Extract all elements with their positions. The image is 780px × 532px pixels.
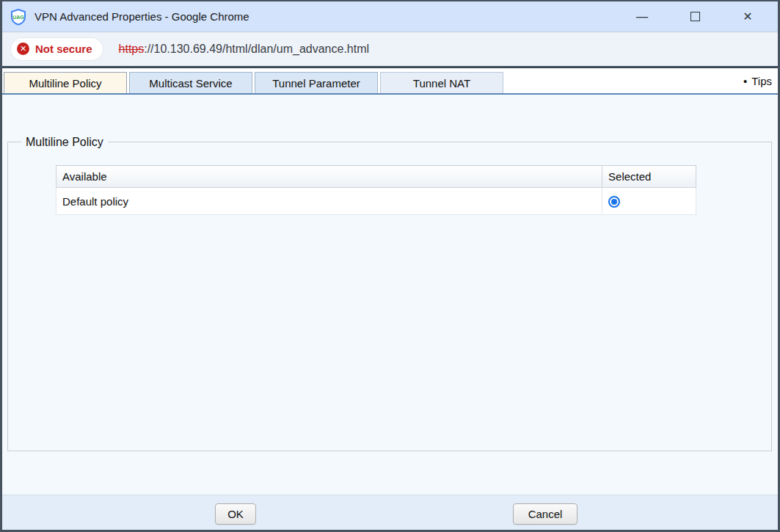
table-row: Default policy	[57, 188, 696, 215]
app-shield-icon: UAG	[10, 8, 27, 26]
not-secure-label: Not secure	[35, 43, 92, 55]
tab-strip: Multiline Policy Multicast Service Tunne…	[2, 68, 778, 95]
policy-radio[interactable]	[608, 196, 620, 208]
window-title: VPN Advanced Properties - Google Chrome	[34, 10, 633, 23]
policy-selected-cell	[602, 188, 696, 215]
tab-multiline-policy[interactable]: Multiline Policy	[4, 72, 127, 93]
not-secure-icon: ✕	[17, 43, 29, 55]
tips-link[interactable]: • Tips	[743, 75, 778, 87]
tab-tunnel-parameter[interactable]: Tunnel Parameter	[255, 72, 378, 93]
titlebar: UAG VPN Advanced Properties - Google Chr…	[2, 1, 778, 32]
close-button[interactable]: ✕	[738, 7, 757, 26]
ok-button[interactable]: OK	[215, 503, 256, 525]
page-content: Multiline Policy Available Selected Defa…	[2, 95, 778, 495]
tab-tunnel-nat[interactable]: Tunnel NAT	[380, 72, 503, 93]
tips-bullet-icon: •	[743, 75, 747, 87]
panel-legend: Multiline Policy	[21, 134, 108, 150]
url-text[interactable]: https://10.130.69.49/html/dlan/um_advanc…	[119, 43, 370, 56]
tips-label: Tips	[751, 75, 772, 87]
policy-table: Available Selected Default policy	[56, 165, 696, 215]
address-bar: ✕ Not secure https://10.130.69.49/html/d…	[2, 32, 778, 66]
svg-text:UAG: UAG	[12, 14, 24, 19]
popup-window: UAG VPN Advanced Properties - Google Chr…	[0, 0, 780, 532]
table-header-row: Available Selected	[57, 166, 696, 188]
not-secure-badge[interactable]: ✕ Not secure	[11, 38, 103, 60]
maximize-button[interactable]	[685, 7, 704, 26]
minimize-button[interactable]: —	[633, 7, 652, 26]
column-header-selected: Selected	[602, 166, 696, 188]
tab-multicast-service[interactable]: Multicast Service	[129, 72, 252, 93]
cancel-button[interactable]: Cancel	[513, 503, 577, 525]
multiline-policy-panel: Multiline Policy Available Selected Defa…	[7, 142, 772, 451]
url-rest: ://10.130.69.49/html/dlan/um_advance.htm…	[144, 43, 369, 55]
window-controls: — ✕	[633, 7, 770, 26]
column-header-available: Available	[57, 166, 602, 188]
url-scheme: https	[119, 43, 145, 55]
maximize-icon	[690, 12, 700, 21]
footer-bar: OK Cancel	[2, 495, 778, 530]
policy-radio-dot	[611, 199, 617, 205]
policy-name-cell: Default policy	[57, 188, 602, 215]
